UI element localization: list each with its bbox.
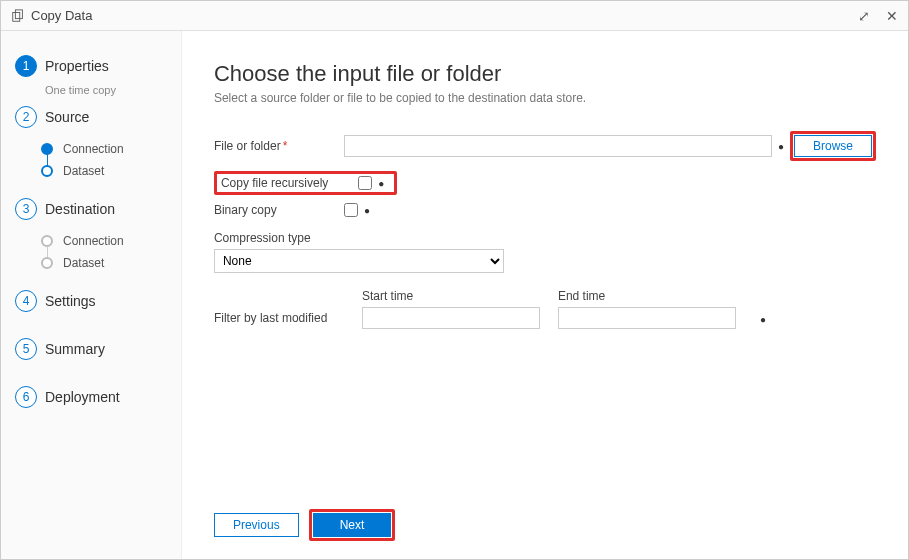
copy-recursive-highlight: Copy file recursively ● — [214, 171, 397, 195]
previous-button[interactable]: Previous — [214, 513, 299, 537]
main-panel: Choose the input file or folder Select a… — [182, 31, 908, 559]
step-settings[interactable]: 4 Settings — [1, 286, 181, 316]
step-number-6: 6 — [15, 386, 37, 408]
next-button[interactable]: Next — [313, 513, 392, 537]
page-description: Select a source folder or file to be cop… — [214, 91, 876, 105]
footer: Previous Next — [214, 509, 876, 541]
step-label-settings: Settings — [45, 290, 96, 312]
next-highlight: Next — [309, 509, 396, 541]
copy-recursive-label: Copy file recursively — [221, 176, 328, 190]
substep-label-dest-connection: Connection — [63, 234, 124, 248]
wizard-sidebar: 1 Properties One time copy 2 Source Conn… — [1, 31, 182, 559]
close-icon[interactable]: ✕ — [886, 8, 898, 24]
header-title: Copy Data — [11, 8, 92, 23]
info-icon[interactable]: ● — [778, 141, 784, 152]
compression-label: Compression type — [214, 231, 876, 245]
svg-rect-0 — [13, 12, 20, 21]
step-properties[interactable]: 1 Properties — [1, 51, 181, 81]
browse-button[interactable]: Browse — [794, 135, 872, 157]
substep-dot-dest-dataset — [41, 257, 53, 269]
start-time-col: Start time — [362, 289, 540, 329]
info-icon-recursive[interactable]: ● — [378, 178, 384, 189]
step-label-summary: Summary — [45, 338, 105, 360]
step-source[interactable]: 2 Source — [1, 102, 181, 132]
compression-select[interactable]: None — [214, 249, 504, 273]
step-label-properties: Properties — [45, 55, 109, 77]
expand-icon[interactable]: ⤢ — [858, 8, 870, 24]
binary-copy-row: Binary copy ● — [214, 203, 876, 217]
page-title: Choose the input file or folder — [214, 61, 876, 87]
copy-icon — [11, 9, 25, 23]
info-icon-filter[interactable]: ● — [760, 314, 766, 329]
step-label-source: Source — [45, 106, 89, 128]
source-substeps: Connection Dataset — [41, 138, 181, 182]
step-deployment[interactable]: 6 Deployment — [1, 382, 181, 412]
filter-row: Filter by last modified Start time End t… — [214, 289, 876, 329]
step-destination[interactable]: 3 Destination — [1, 194, 181, 224]
end-time-label: End time — [558, 289, 736, 303]
binary-copy-label: Binary copy — [214, 203, 344, 217]
substep-label-dataset: Dataset — [63, 164, 104, 178]
file-folder-input[interactable] — [344, 135, 772, 157]
substep-source-dataset[interactable]: Dataset — [41, 160, 181, 182]
step-number-2: 2 — [15, 106, 37, 128]
svg-rect-1 — [15, 9, 22, 18]
start-time-input[interactable] — [362, 307, 540, 329]
substep-label-connection: Connection — [63, 142, 124, 156]
substep-dest-dataset[interactable]: Dataset — [41, 252, 181, 274]
filter-label: Filter by last modified — [214, 311, 344, 329]
end-time-col: End time — [558, 289, 736, 329]
step-summary[interactable]: 5 Summary — [1, 334, 181, 364]
header: Copy Data ⤢ ✕ — [1, 1, 908, 31]
browse-highlight: Browse — [790, 131, 876, 161]
file-folder-label: File or folder* — [214, 139, 344, 153]
substep-label-dest-dataset: Dataset — [63, 256, 104, 270]
substep-source-connection[interactable]: Connection — [41, 138, 181, 160]
info-icon-binary[interactable]: ● — [364, 205, 370, 216]
step-sub-properties: One time copy — [31, 84, 181, 96]
copy-recursive-checkbox[interactable] — [358, 176, 372, 190]
destination-substeps: Connection Dataset — [41, 230, 181, 274]
step-number-4: 4 — [15, 290, 37, 312]
file-folder-row: File or folder* ● Browse — [214, 131, 876, 161]
step-number-5: 5 — [15, 338, 37, 360]
end-time-input[interactable] — [558, 307, 736, 329]
step-number-3: 3 — [15, 198, 37, 220]
step-label-deployment: Deployment — [45, 386, 120, 408]
substep-dest-connection[interactable]: Connection — [41, 230, 181, 252]
binary-copy-checkbox[interactable] — [344, 203, 358, 217]
start-time-label: Start time — [362, 289, 540, 303]
step-label-destination: Destination — [45, 198, 115, 220]
header-title-text: Copy Data — [31, 8, 92, 23]
substep-dot-dataset — [41, 165, 53, 177]
step-number-1: 1 — [15, 55, 37, 77]
